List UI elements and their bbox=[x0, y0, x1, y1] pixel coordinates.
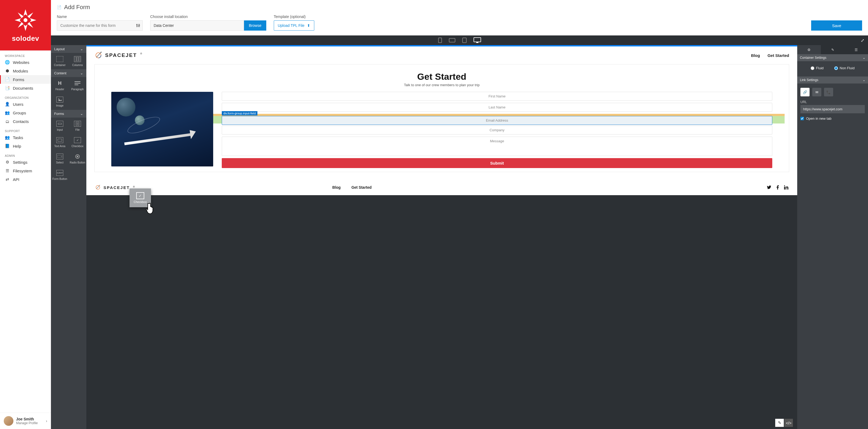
device-bar: ⤢ bbox=[51, 35, 868, 45]
field-last-name[interactable]: Last Name bbox=[222, 103, 772, 112]
columns-icon bbox=[74, 56, 81, 62]
device-tablet-landscape-icon[interactable] bbox=[449, 38, 455, 42]
list-icon: ☰ bbox=[855, 48, 858, 52]
page-header: 📄 Add Form Name Choose install location bbox=[51, 0, 868, 35]
facebook-icon[interactable] bbox=[775, 185, 780, 190]
drop-indicator-before bbox=[213, 114, 785, 116]
avatar bbox=[4, 416, 13, 426]
settings-tab-gear[interactable]: ⚙ bbox=[797, 45, 821, 54]
palette-input[interactable]: Input bbox=[51, 118, 69, 134]
nav-documents[interactable]: 📑Documents bbox=[0, 84, 51, 92]
palette-form-button[interactable]: SUBMITForm Button bbox=[51, 167, 69, 183]
link-settings-head[interactable]: Link Settings⌄ bbox=[797, 77, 868, 84]
palette-select[interactable]: Select bbox=[51, 150, 69, 167]
nav-contacts[interactable]: 🗂Contacts bbox=[0, 117, 51, 126]
palette-checkbox[interactable]: ✓Checkbox bbox=[69, 134, 86, 150]
nav-section-workspace: WORKSPACE bbox=[0, 51, 51, 58]
nav-users[interactable]: 👤Users bbox=[0, 100, 51, 109]
twitter-icon[interactable] bbox=[767, 185, 772, 190]
browse-button[interactable]: Browse bbox=[244, 20, 266, 31]
upload-tpl-button[interactable]: Upload TPL File ⬆ bbox=[274, 20, 314, 31]
field-message[interactable]: Message bbox=[222, 137, 772, 156]
palette-paragraph[interactable]: Paragraph bbox=[69, 77, 86, 93]
chevron-down-icon: ⌄ bbox=[863, 56, 865, 60]
canvas[interactable]: SPACEJET® Blog Get Started Get Started T… bbox=[86, 45, 797, 195]
location-input[interactable]: Data Center bbox=[150, 20, 244, 31]
user-icon: 👤 bbox=[5, 102, 10, 107]
site-nav-blog[interactable]: Blog bbox=[751, 53, 760, 58]
brand-name: solodev bbox=[12, 34, 39, 43]
device-desktop-icon[interactable] bbox=[473, 37, 481, 43]
nav-modules[interactable]: ⬢Modules bbox=[0, 66, 51, 75]
footer-logo: SPACEJET® bbox=[95, 184, 135, 190]
nav-api[interactable]: ⇄API bbox=[0, 175, 51, 183]
nav-groups[interactable]: 👥Groups bbox=[0, 109, 51, 117]
nav-filesystem[interactable]: ☰Filesystem bbox=[0, 167, 51, 175]
save-button[interactable]: Save bbox=[811, 20, 862, 31]
svg-rect-14 bbox=[79, 57, 80, 61]
link-type-url[interactable]: 🔗 bbox=[800, 88, 810, 96]
radio-fluid[interactable]: Fluid bbox=[811, 66, 824, 70]
nav-websites[interactable]: 🌐Websites bbox=[0, 58, 51, 66]
spacejet-mark-icon bbox=[94, 51, 102, 59]
expand-icon[interactable]: ⤢ bbox=[861, 38, 864, 43]
user-footer[interactable]: Joe Smith Manage Profile › bbox=[0, 412, 51, 429]
palette-container[interactable]: Container bbox=[51, 53, 69, 69]
container-settings-head[interactable]: Container Settings⌄ bbox=[797, 54, 868, 61]
button-icon: SUBMIT bbox=[56, 170, 63, 176]
device-tablet-portrait-icon[interactable] bbox=[462, 37, 467, 43]
nav-tasks[interactable]: 👥Tasks bbox=[0, 133, 51, 142]
chevron-down-icon: ⌄ bbox=[863, 78, 865, 82]
globe-icon: 🌐 bbox=[5, 60, 10, 65]
spacejet-logo: SPACEJET® bbox=[94, 51, 142, 59]
palette-section-layout[interactable]: Layout⌄ bbox=[51, 45, 86, 53]
nav-help[interactable]: 📘Help bbox=[0, 142, 51, 150]
canvas-tool-code[interactable]: </> bbox=[784, 419, 793, 427]
nav-settings[interactable]: ⚙Settings bbox=[0, 158, 51, 167]
settings-tab-list[interactable]: ☰ bbox=[844, 45, 868, 54]
palette-header[interactable]: HHeader bbox=[51, 77, 69, 93]
contacts-icon: 🗂 bbox=[5, 119, 10, 124]
site-nav-getstarted[interactable]: Get Started bbox=[768, 53, 789, 58]
field-first-name[interactable]: First Name bbox=[222, 92, 772, 101]
submit-button[interactable]: Submit bbox=[222, 158, 772, 168]
footer-nav-getstarted[interactable]: Get Started bbox=[351, 185, 371, 190]
palette-section-forms[interactable]: Forms⌄ bbox=[51, 110, 86, 118]
palette-columns[interactable]: Columns bbox=[69, 53, 86, 69]
palette-file[interactable]: File bbox=[69, 118, 86, 134]
linkedin-icon[interactable] bbox=[784, 185, 788, 190]
gear-icon: ⚙ bbox=[5, 160, 10, 165]
palette-textarea[interactable]: Text Area bbox=[51, 134, 69, 150]
header-icon: H bbox=[56, 80, 63, 86]
url-input[interactable] bbox=[800, 105, 865, 113]
container-icon bbox=[56, 56, 63, 62]
name-input[interactable] bbox=[57, 20, 143, 31]
svg-rect-2 bbox=[138, 24, 138, 27]
radio-nonfluid[interactable]: Non Fluid bbox=[834, 66, 855, 70]
palette-image[interactable]: Image bbox=[51, 93, 69, 110]
svg-point-18 bbox=[58, 98, 59, 99]
chevron-down-icon: ⌄ bbox=[80, 47, 83, 51]
canvas-tool-edit[interactable]: ✎ bbox=[775, 419, 784, 427]
palette-section-content[interactable]: Content⌄ bbox=[51, 69, 86, 77]
link-type-phone[interactable]: 📞 bbox=[824, 88, 833, 96]
site-footer: SPACEJET® Blog Get Started bbox=[86, 180, 797, 195]
open-new-tab-checkbox[interactable]: Open in new tab bbox=[800, 116, 865, 120]
nav-section-support: SUPPORT bbox=[0, 126, 51, 133]
device-phone-icon[interactable] bbox=[438, 37, 442, 43]
svg-rect-29 bbox=[784, 187, 785, 190]
nav-forms[interactable]: 📄Forms bbox=[0, 75, 51, 84]
filesystem-icon: ☰ bbox=[5, 168, 10, 173]
field-email[interactable]: Email Address bbox=[222, 116, 772, 125]
main-sidebar: solodev WORKSPACE 🌐Websites ⬢Modules 📄Fo… bbox=[0, 0, 51, 429]
palette-radio[interactable]: Radio Button bbox=[69, 150, 86, 167]
link-type-email[interactable]: ✉ bbox=[812, 88, 822, 96]
svg-rect-1 bbox=[136, 24, 137, 27]
footer-nav-blog[interactable]: Blog bbox=[332, 185, 341, 190]
settings-panel: ⚙ ✎ ☰ Container Settings⌄ Fluid Non Flui… bbox=[797, 45, 868, 429]
settings-sliders-icon[interactable] bbox=[136, 24, 140, 27]
site-header: SPACEJET® Blog Get Started bbox=[86, 47, 797, 64]
documents-icon: 📑 bbox=[5, 86, 10, 90]
field-company[interactable]: Company bbox=[222, 126, 772, 135]
settings-tab-edit[interactable]: ✎ bbox=[821, 45, 844, 54]
